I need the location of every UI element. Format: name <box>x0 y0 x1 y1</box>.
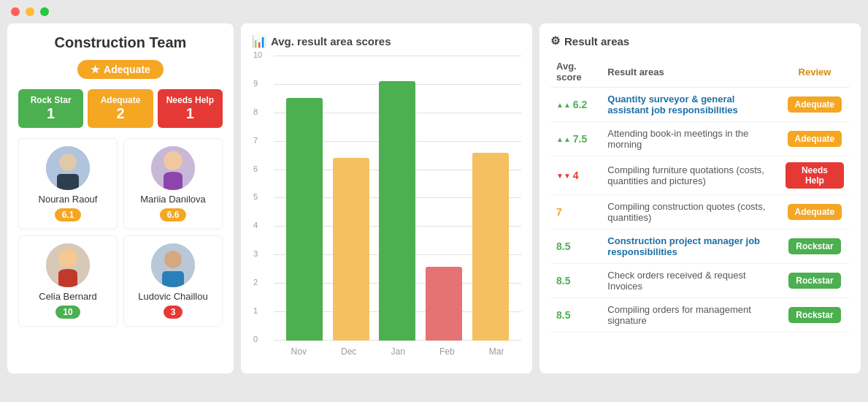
svg-point-4 <box>164 151 183 170</box>
score-cell: 8.5 <box>550 264 602 298</box>
score-cell: ▲▲ 6.2 <box>550 88 602 122</box>
y-axis-label: 2 <box>253 278 258 287</box>
x-axis-label: Nov <box>291 346 307 357</box>
stat-rockstar: Rock Star 1 <box>18 89 83 128</box>
stats-row: Rock Star 1 Adequate 2 Needs Help 1 <box>18 89 223 128</box>
chart-area: 109876543210 NovDecJanFebMar <box>252 56 521 363</box>
bar-group <box>333 158 369 341</box>
avatar <box>46 243 90 287</box>
x-axis: NovDecJanFebMar <box>274 341 521 363</box>
member-name: Nouran Raouf <box>39 194 98 205</box>
score-value: 8.5 <box>556 309 570 321</box>
bar <box>426 267 462 341</box>
x-axis-label: Dec <box>341 346 356 357</box>
y-axis-label: 0 <box>253 335 258 344</box>
col-result-areas: Result areas <box>602 56 780 88</box>
team-grid: Nouran Raouf 6.1 Mariia Danilova 6.6 Cel… <box>18 138 223 327</box>
result-table: Avg. score Result areas Review ▲▲ 6.2 Qu… <box>550 56 850 333</box>
area-cell: Compiling furniture quotations (costs, q… <box>602 156 780 195</box>
score-cell: ▼▼ 4 <box>550 156 602 195</box>
bar-group <box>379 81 415 341</box>
member-name: Ludovic Chaillou <box>138 291 207 302</box>
review-button[interactable]: Adequate <box>788 131 842 147</box>
y-axis-label: 6 <box>253 164 258 173</box>
chart-title: 📊 Avg. result area scores <box>252 34 521 48</box>
review-cell: Adequate <box>780 122 850 156</box>
review-cell: Needs Help <box>780 156 850 195</box>
area-cell: Construction project manager job respons… <box>602 230 780 264</box>
review-button[interactable]: Adequate <box>788 204 842 220</box>
score-value: 4 <box>573 170 579 181</box>
traffic-light-red[interactable] <box>11 7 20 16</box>
svg-point-6 <box>58 249 77 268</box>
review-button[interactable]: Adequate <box>788 96 842 113</box>
score-value: 8.5 <box>556 240 570 252</box>
area-text: Quantity surveyor & general assistant jo… <box>607 94 737 115</box>
score-value: 6.2 <box>573 99 587 110</box>
main-layout: Construction Team ★ Adequate Rock Star 1… <box>7 23 861 373</box>
area-text: Compiling construction quotes (costs, qu… <box>607 201 765 223</box>
traffic-light-yellow[interactable] <box>26 7 34 16</box>
avatar <box>151 243 195 287</box>
y-axis-label: 5 <box>253 192 258 201</box>
bar-group <box>286 98 323 341</box>
result-panel: ⚙ Result areas Avg. score Result areas R… <box>539 23 861 373</box>
score-value: 7.5 <box>573 133 587 145</box>
overall-badge: ★ Adequate <box>77 60 164 79</box>
review-cell: Adequate <box>780 195 850 230</box>
team-member[interactable]: Celia Bernard 10 <box>18 235 118 327</box>
col-avg-score: Avg. score <box>550 56 602 88</box>
score-value: 8.5 <box>556 275 570 287</box>
stat-needs-help: Needs Help 1 <box>158 89 223 128</box>
result-title: ⚙ Result areas <box>550 34 850 48</box>
area-text: Compiling furniture quotations (costs, q… <box>607 164 764 186</box>
x-axis-label: Jan <box>391 346 404 357</box>
left-panel: Construction Team ★ Adequate Rock Star 1… <box>7 23 234 373</box>
table-row: ▲▲ 7.5 Attending book-in meetings in the… <box>550 122 850 156</box>
arrow-up-icon: ▲▲ <box>556 135 571 143</box>
avatar <box>46 146 90 190</box>
score-cell: 8.5 <box>550 298 602 333</box>
y-axis-label: 9 <box>253 79 258 88</box>
team-member[interactable]: Mariia Danilova 6.6 <box>123 138 223 230</box>
bar <box>333 158 369 341</box>
traffic-light-green[interactable] <box>40 7 49 16</box>
score-value: 7 <box>556 206 562 218</box>
svg-point-8 <box>164 251 182 268</box>
bar-chart-icon: 📊 <box>252 34 266 48</box>
member-name: Celia Bernard <box>39 291 97 302</box>
avatar <box>151 146 195 190</box>
team-member[interactable]: Nouran Raouf 6.1 <box>18 138 118 230</box>
table-row: 8.5 Construction project manager job res… <box>550 230 850 264</box>
bar <box>286 98 323 341</box>
team-member[interactable]: Ludovic Chaillou 3 <box>123 235 223 327</box>
score-badge: 6.1 <box>55 208 82 221</box>
star-icon: ★ <box>91 64 100 75</box>
arrow-down-icon: ▼▼ <box>556 172 571 180</box>
y-axis-label: 3 <box>253 249 258 258</box>
area-text: Compiling orders for management signatur… <box>607 304 751 326</box>
bar <box>472 153 509 341</box>
review-button[interactable]: Needs Help <box>786 162 844 189</box>
x-axis-label: Mar <box>489 346 504 357</box>
svg-point-1 <box>59 153 77 171</box>
review-button[interactable]: Rockstar <box>788 238 840 254</box>
bar-group <box>472 153 509 341</box>
review-button[interactable]: Rockstar <box>788 273 840 289</box>
area-cell: Compiling orders for management signatur… <box>602 298 780 333</box>
score-cell: ▲▲ 7.5 <box>550 122 602 156</box>
x-axis-label: Feb <box>439 346 455 357</box>
area-cell: Attending book-in meetings in the mornin… <box>602 122 780 156</box>
review-button[interactable]: Rockstar <box>788 307 840 323</box>
arrow-up-icon: ▲▲ <box>556 101 571 109</box>
svg-rect-2 <box>57 174 79 190</box>
score-badge: 6.6 <box>160 208 187 221</box>
y-axis-label: 10 <box>253 50 262 59</box>
stat-adequate: Adequate 2 <box>88 89 153 128</box>
area-text: Check orders received & request Invoices <box>607 270 745 292</box>
review-cell: Adequate <box>780 88 850 122</box>
score-cell: 8.5 <box>550 230 602 264</box>
y-axis-label: 7 <box>253 136 258 145</box>
y-axis-label: 1 <box>253 306 258 315</box>
review-cell: Rockstar <box>780 298 850 333</box>
